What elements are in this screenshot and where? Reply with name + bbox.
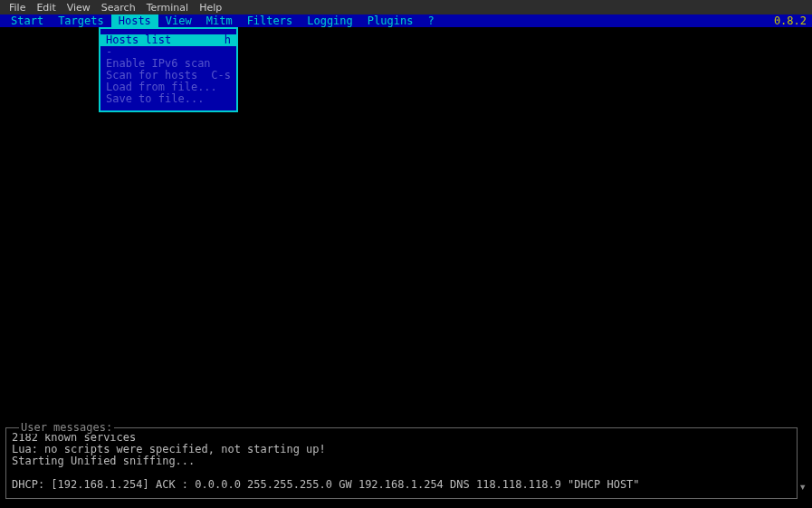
app-menu-view[interactable]: View [158,14,199,27]
hosts-dropdown: Hosts list h - Enable IPv6 scan Scan for… [99,27,238,112]
system-menubar: File Edit View Search Terminal Help [0,0,812,14]
system-menu-edit[interactable]: Edit [31,2,61,14]
system-menu-view[interactable]: View [62,2,96,14]
app-version: 0.8.2 [774,14,807,27]
dropdown-hosts-list[interactable]: Hosts list h [100,34,236,46]
app-menubar: Start Targets Hosts View Mitm Filters Lo… [0,14,812,27]
dropdown-item-label: Save to file... [106,93,204,105]
system-menu-terminal[interactable]: Terminal [141,2,195,14]
dropdown-save-file[interactable]: Save to file... [100,93,236,105]
app-menu-plugins[interactable]: Plugins [360,14,421,27]
app-menu-start[interactable]: Start [4,14,51,27]
app-menu-mitm[interactable]: Mitm [199,14,240,27]
app-menu-help[interactable]: ? [420,14,441,27]
user-messages-panel: User messages: 2182 known services Lua: … [5,427,798,499]
app-menu-hosts[interactable]: Hosts [111,14,158,27]
system-menu-file[interactable]: File [4,2,31,14]
scrollbar-down-icon[interactable]: ▾ [799,479,807,494]
messages-title: User messages: [19,421,114,434]
system-menu-search[interactable]: Search [96,2,141,14]
dropdown-item-label: Hosts list [106,34,171,46]
app-menu-filters[interactable]: Filters [240,14,301,27]
message-line: Starting Unified sniffing... [12,455,791,467]
message-line: DHCP: [192.168.1.254] ACK : 0.0.0.0 255.… [12,479,791,491]
dropdown-item-shortcut: h [224,34,231,46]
system-menu-help[interactable]: Help [194,2,227,14]
app-menu-logging[interactable]: Logging [300,14,360,27]
app-menu-targets[interactable]: Targets [51,14,111,27]
